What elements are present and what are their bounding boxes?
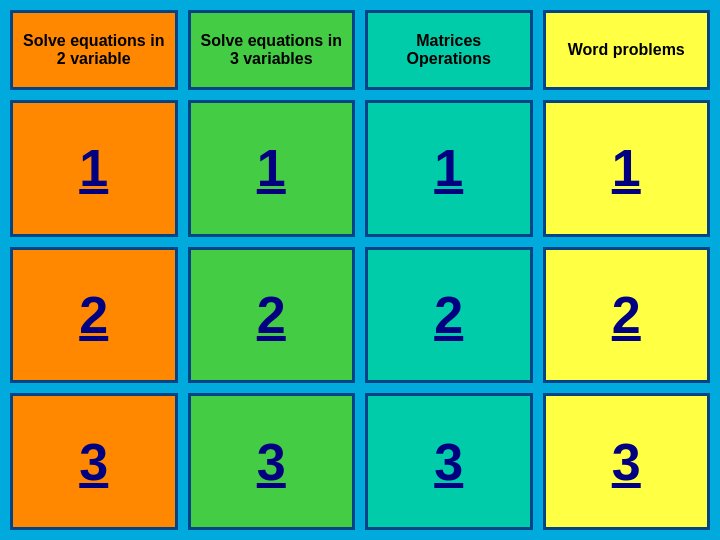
cell-r2c2[interactable]: 2 [188,247,356,384]
cell-r3c3[interactable]: 3 [365,393,533,530]
cell-r1c2[interactable]: 1 [188,100,356,237]
cell-r3c4[interactable]: 3 [543,393,711,530]
cell-r3c1[interactable]: 3 [10,393,178,530]
header-col3-header[interactable]: Matrices Operations [365,10,533,90]
cell-r1c1[interactable]: 1 [10,100,178,237]
header-col2-header[interactable]: Solve equations in 3 variables [188,10,356,90]
cell-r2c3[interactable]: 2 [365,247,533,384]
cell-r3c2[interactable]: 3 [188,393,356,530]
main-grid: Solve equations in 2 variableSolve equat… [10,10,710,530]
header-col4-header[interactable]: Word problems [543,10,711,90]
cell-r2c1[interactable]: 2 [10,247,178,384]
header-col1-header[interactable]: Solve equations in 2 variable [10,10,178,90]
cell-r1c4[interactable]: 1 [543,100,711,237]
cell-r2c4[interactable]: 2 [543,247,711,384]
cell-r1c3[interactable]: 1 [365,100,533,237]
